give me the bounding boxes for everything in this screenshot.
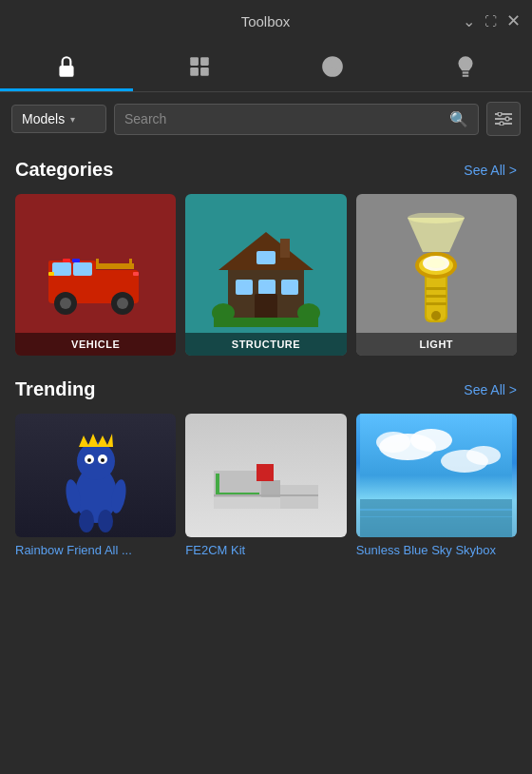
svg-rect-19 [129,259,132,266]
svg-point-55 [87,458,91,462]
svg-rect-47 [426,295,446,298]
trending-thumb-fe2cm [185,414,346,537]
trending-thumb-rainbow [15,414,176,537]
svg-point-56 [101,458,104,462]
svg-rect-27 [72,259,80,262]
svg-point-72 [376,432,410,453]
category-vehicle[interactable]: VEHICLE [15,194,176,356]
svg-rect-4 [200,68,209,76]
svg-rect-66 [216,474,219,494]
category-structure-label: STRUCTURE [185,333,346,356]
svg-rect-30 [280,239,290,258]
trending-see-all[interactable]: See All > [464,382,517,397]
svg-point-71 [410,429,452,452]
tab-inventory[interactable] [133,42,266,91]
svg-rect-3 [190,68,199,76]
maximize-icon[interactable]: ⛶ [484,14,497,29]
svg-rect-15 [52,262,71,276]
svg-rect-48 [426,302,446,305]
svg-point-23 [117,298,128,309]
svg-rect-0 [59,66,73,77]
svg-marker-52 [79,434,113,447]
svg-rect-38 [256,251,276,264]
svg-rect-37 [214,318,318,327]
svg-point-60 [98,510,113,532]
svg-rect-16 [73,262,92,276]
category-structure[interactable]: STRUCTURE [185,194,346,356]
tab-recent[interactable] [266,42,399,91]
svg-point-11 [505,117,509,121]
svg-rect-24 [48,272,54,276]
search-box: 🔍 [114,104,479,135]
svg-rect-26 [63,259,70,262]
svg-rect-77 [360,516,512,517]
trending-section: Trending See All > [0,365,532,569]
trending-name-sky: Sunless Blue Sky Skybox [356,543,517,559]
trending-item-sky[interactable]: Sunless Blue Sky Skybox [356,414,517,559]
categories-section: Categories See All > [0,145,532,365]
category-dropdown[interactable]: Models ▾ [11,105,106,133]
trending-name-rainbow: Rainbow Friend All ... [15,543,176,559]
trending-grid: Rainbow Friend All ... [15,414,517,559]
window-controls: ⌄ ⛶ ✕ [463,10,521,31]
svg-rect-25 [133,272,139,276]
categories-see-all[interactable]: See All > [464,163,517,178]
svg-rect-17 [96,263,134,269]
search-icon[interactable]: 🔍 [449,110,468,128]
tab-models[interactable] [0,42,133,91]
svg-rect-33 [281,280,298,295]
trending-item-rainbow-friend[interactable]: Rainbow Friend All ... [15,414,176,559]
trending-title: Trending [15,378,95,400]
svg-point-10 [498,112,502,116]
category-vehicle-label: VEHICLE [15,333,176,356]
svg-point-49 [431,311,441,320]
svg-point-21 [60,298,71,309]
svg-rect-68 [214,494,318,496]
svg-rect-32 [258,280,276,295]
categories-header: Categories See All > [15,159,517,181]
trending-thumb-sky [356,414,517,537]
chevron-down-icon: ▾ [70,114,75,125]
trending-header: Trending See All > [15,378,517,400]
trending-item-fe2cm[interactable]: FE2CM Kit [185,414,346,559]
svg-rect-46 [426,287,446,290]
tab-bar [0,42,532,92]
title-bar: Toolbox ⌄ ⛶ ✕ [0,0,532,42]
category-light[interactable]: LIGHT [356,194,517,356]
svg-rect-76 [360,509,512,511]
svg-rect-2 [200,57,209,66]
search-row: Models ▾ 🔍 [0,92,532,145]
window-title: Toolbox [68,13,463,29]
svg-point-44 [427,259,446,268]
svg-rect-75 [360,499,512,537]
trending-name-fe2cm: FE2CM Kit [185,543,346,559]
svg-rect-64 [256,464,274,481]
svg-point-59 [79,510,94,532]
svg-point-12 [500,122,504,126]
svg-point-74 [466,446,501,465]
categories-title: Categories [15,159,113,181]
search-input[interactable] [124,111,449,126]
category-light-label: LIGHT [356,333,517,356]
tab-ideas[interactable] [399,42,532,91]
svg-rect-31 [236,280,253,295]
svg-rect-1 [190,57,199,66]
svg-rect-67 [280,485,318,509]
svg-rect-18 [96,259,99,266]
filter-button[interactable] [486,102,521,136]
category-grid: VEHICLE [15,194,517,356]
close-icon[interactable]: ✕ [506,10,521,31]
dropdown-label: Models [22,111,65,126]
minimize-icon[interactable]: ⌄ [463,12,475,30]
svg-point-51 [77,442,115,480]
